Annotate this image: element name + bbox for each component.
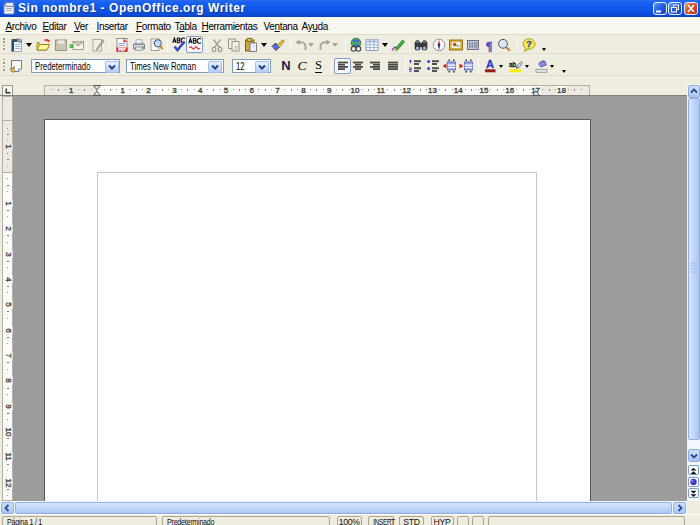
svg-text:PDF: PDF	[118, 48, 126, 52]
svg-text:ab: ab	[509, 61, 517, 68]
svg-text:?: ?	[526, 39, 532, 49]
svg-text:A: A	[486, 58, 494, 70]
svg-text:¶: ¶	[485, 38, 492, 53]
